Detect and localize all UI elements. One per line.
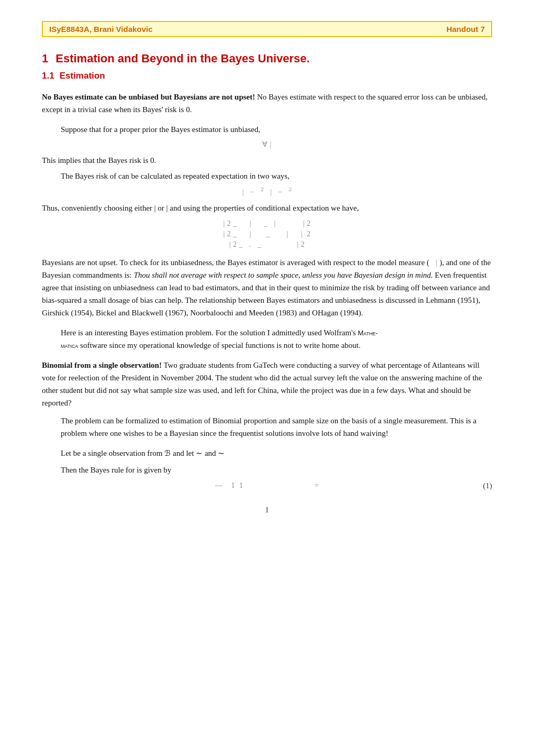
equation-math: — 1 1 = xyxy=(215,481,319,489)
this-implies: This implies that the Bayes risk is 0. xyxy=(42,154,492,167)
section-1-1-text: Estimation xyxy=(60,71,105,81)
commandment-italic: Thou shall not average with respect to s… xyxy=(134,271,432,279)
section-1-1-number: 1.1 xyxy=(42,71,54,81)
problem-formal-text: The problem can be formalized to estimat… xyxy=(61,417,476,437)
thus-paragraph: Thus, conveniently choosing either | or … xyxy=(42,202,492,214)
section-1-text: Estimation and Beyond in the Bayes Unive… xyxy=(55,52,309,65)
math-line-1: | 2 _ | _ | | 2 xyxy=(42,220,492,228)
suppose-line: Suppose that for a proper prior the Baye… xyxy=(42,123,492,136)
header-handout: Handout 7 xyxy=(447,25,485,34)
bayesians-text: Bayesians are not upset. To check for it… xyxy=(42,258,429,267)
page: ISyE8843A, Brani Vidakovic Handout 7 1Es… xyxy=(0,0,534,756)
equation-number: (1) xyxy=(483,481,493,490)
bayes-risk-line: The Bayes risk of can be calculated as r… xyxy=(42,170,492,182)
problem-formal: The problem can be formalized to estimat… xyxy=(42,414,492,440)
math-risk-text: | − 2 | − 2 xyxy=(242,188,292,196)
math-line-2: | 2 _ | _ | | 2 xyxy=(42,230,492,238)
mathe-smallcaps: Mathe-matica xyxy=(61,329,378,349)
page-number: 1 xyxy=(42,506,492,514)
thus-text: Thus, conveniently choosing either | or … xyxy=(42,204,359,212)
header-course: ISyE8843A, Brani Vidakovic xyxy=(49,25,152,34)
equation-content: — 1 1 = xyxy=(42,481,492,490)
header-bar: ISyE8843A, Brani Vidakovic Handout 7 xyxy=(42,21,492,37)
let-line-text: Let be a single observation from ℬ and l… xyxy=(61,449,225,457)
math-line-3: | 2 _ . _ | 2 xyxy=(42,240,492,249)
suppose-text: Suppose that for a proper prior the Baye… xyxy=(61,125,260,134)
binomial-bold: Binomial xyxy=(42,361,72,369)
math-equations-block: | 2 _ | _ | | 2 | 2 _ | _ | | 2 | 2 _ . … xyxy=(42,220,492,249)
math-forall: ∀ | xyxy=(42,140,492,149)
no-bayes-paragraph: No Bayes estimate can be unbiased but Ba… xyxy=(42,91,492,116)
section-1-number: 1 xyxy=(42,52,48,65)
let-line: Let be a single observation from ℬ and l… xyxy=(42,447,492,459)
math-forall-text: ∀ | xyxy=(262,140,272,148)
model-measure-math: | xyxy=(429,259,439,267)
equation-1: — 1 1 = (1) xyxy=(42,481,492,490)
here-is-text: Here is an interesting Bayes estimation … xyxy=(61,328,378,349)
math-risk: | − 2 | − 2 xyxy=(42,187,492,196)
bayes-risk-text: The Bayes risk of can be calculated as r… xyxy=(61,172,290,180)
then-line-text: Then the Bayes rule for is given by xyxy=(61,466,171,474)
no-bayes-bold: No Bayes estimate can be unbiased but Ba… xyxy=(42,93,255,101)
then-line: Then the Bayes rule for is given by xyxy=(42,464,492,476)
section-1-1-title: 1.1Estimation xyxy=(42,71,492,81)
page-number-text: 1 xyxy=(265,506,269,514)
binomial-paragraph: Binomial from a single observation! Two … xyxy=(42,359,492,409)
this-implies-text: This implies that the Bayes risk is 0. xyxy=(42,156,156,165)
binomial-subhead: from a single observation! xyxy=(72,361,162,369)
here-is-paragraph: Here is an interesting Bayes estimation … xyxy=(42,326,492,352)
bayesians-paragraph: Bayesians are not upset. To check for it… xyxy=(42,256,492,319)
section-1-title: 1Estimation and Beyond in the Bayes Univ… xyxy=(42,52,492,65)
